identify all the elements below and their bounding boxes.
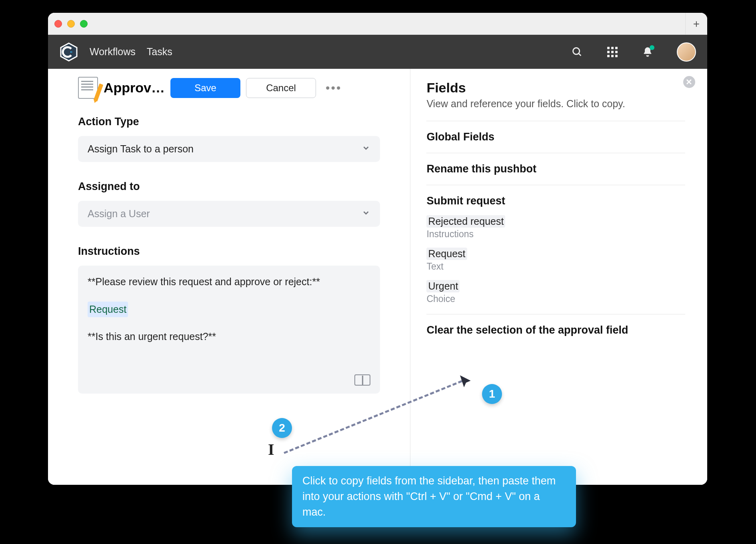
field-item-type: Choice: [426, 294, 685, 304]
app-logo[interactable]: [59, 42, 78, 62]
svg-line-3: [579, 53, 581, 56]
more-menu-button[interactable]: •••: [322, 81, 346, 95]
instructions-section: Instructions **Please review this reques…: [78, 245, 380, 394]
submit-request-title: Submit request: [426, 195, 685, 207]
action-type-value: Assign Task to a person: [88, 143, 194, 155]
instructions-field-chip[interactable]: Request: [88, 302, 128, 318]
assigned-to-section: Assigned to Assign a User: [78, 180, 380, 227]
chevron-down-icon: [362, 208, 370, 220]
titlebar: +: [48, 13, 707, 35]
right-pane: ✕ Fields View and reference your fields.…: [410, 69, 707, 485]
fields-subtitle: View and reference your fields. Click to…: [426, 98, 685, 110]
close-window-button[interactable]: [54, 20, 62, 28]
field-item-type: Instructions: [426, 229, 685, 240]
rename-pushbot-section[interactable]: Rename this pushbot: [426, 153, 685, 185]
new-tab-button[interactable]: +: [685, 13, 707, 35]
content-area: Approv… Save Cancel ••• Action Type Assi…: [48, 69, 707, 485]
assigned-to-label: Assigned to: [78, 180, 380, 193]
save-button[interactable]: Save: [170, 78, 240, 98]
action-type-label: Action Type: [78, 116, 380, 128]
instructions-line-1: **Please review this request and approve…: [88, 274, 370, 290]
maximize-window-button[interactable]: [80, 20, 88, 28]
page-header: Approv… Save Cancel •••: [78, 77, 380, 99]
notification-dot: [650, 45, 654, 50]
insert-field-icon[interactable]: [354, 374, 370, 386]
annotation-badge-2: 2: [272, 418, 292, 438]
annotation-tooltip: Click to copy fields from the sidebar, t…: [292, 466, 576, 527]
close-panel-button[interactable]: ✕: [683, 76, 695, 88]
field-item-type: Text: [426, 261, 685, 272]
minimize-window-button[interactable]: [67, 20, 75, 28]
fields-title: Fields: [426, 80, 685, 96]
cursor-pointer-icon: [458, 374, 474, 390]
svg-point-2: [573, 48, 580, 54]
page-title: Approv…: [104, 80, 165, 96]
user-avatar[interactable]: [677, 42, 696, 62]
app-header: Workflows Tasks: [48, 35, 707, 69]
global-fields-section[interactable]: Global Fields: [426, 121, 685, 153]
traffic-lights: [54, 20, 88, 28]
search-icon[interactable]: [571, 46, 583, 58]
cancel-button[interactable]: Cancel: [246, 78, 316, 98]
instructions-line-3: **Is this an urgent request?**: [88, 329, 370, 344]
notifications-bell-icon[interactable]: [642, 46, 654, 58]
global-fields-title: Global Fields: [426, 131, 685, 143]
instructions-label: Instructions: [78, 245, 380, 258]
submit-request-section: Submit request Rejected request Instruct…: [426, 185, 685, 314]
assigned-to-placeholder: Assign a User: [88, 208, 150, 220]
field-item-urgent[interactable]: Urgent Choice: [426, 280, 685, 304]
nav-tasks[interactable]: Tasks: [147, 46, 172, 58]
rename-pushbot-title: Rename this pushbot: [426, 163, 685, 175]
instructions-textarea[interactable]: **Please review this request and approve…: [78, 266, 380, 394]
field-item-name: Request: [426, 248, 467, 260]
text-cursor-icon: I: [268, 440, 274, 459]
annotation-badge-1: 1: [482, 384, 502, 404]
field-item-name: Rejected request: [426, 215, 505, 228]
document-edit-icon: [78, 77, 98, 99]
nav-workflows[interactable]: Workflows: [90, 46, 136, 58]
chevron-down-icon: [362, 143, 370, 155]
apps-grid-icon[interactable]: [606, 46, 618, 58]
field-item-name: Urgent: [426, 280, 460, 292]
clear-approval-title: Clear the selection of the approval fiel…: [426, 324, 685, 336]
clear-approval-section[interactable]: Clear the selection of the approval fiel…: [426, 314, 685, 346]
assigned-to-select[interactable]: Assign a User: [78, 201, 380, 227]
field-item-rejected-request[interactable]: Rejected request Instructions: [426, 215, 685, 240]
action-type-select[interactable]: Assign Task to a person: [78, 136, 380, 162]
action-type-section: Action Type Assign Task to a person: [78, 116, 380, 162]
field-item-request[interactable]: Request Text: [426, 248, 685, 272]
